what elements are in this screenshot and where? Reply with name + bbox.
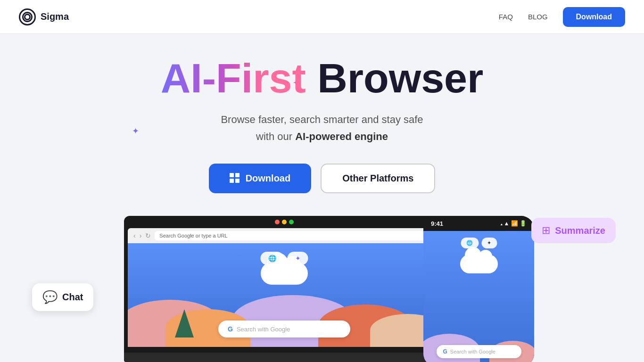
globe-icon: 🌐 xyxy=(268,255,276,262)
phone-notch xyxy=(455,216,503,228)
hero-title-browser: Browser xyxy=(317,55,483,101)
star-decoration-2: ✦ xyxy=(132,126,139,136)
hero-section: ✦ ✦ AI-First Browser Browse faster, sear… xyxy=(0,34,644,362)
url-bar[interactable]: Search Google or type a URL xyxy=(155,231,435,240)
summarize-label: Summarize xyxy=(555,225,605,236)
sparkle-pill[interactable]: ✦ xyxy=(288,252,308,265)
cta-row: Download Other Platforms xyxy=(209,164,436,193)
phone-shell: 9:41 ▲▲ 📶 🔋 🌐 xyxy=(423,216,534,362)
summarize-badge[interactable]: ⊞ Summarize xyxy=(531,218,616,243)
nav-right: FAQ BLOG Download xyxy=(499,7,625,27)
refresh-button[interactable]: ↻ xyxy=(145,232,151,239)
chat-label: Chat xyxy=(62,292,83,303)
forward-button[interactable]: › xyxy=(140,232,142,239)
phone-sparkle-pill[interactable]: ✦ xyxy=(481,238,497,248)
sparkle-icon: ✦ xyxy=(295,255,301,262)
google-logo: G xyxy=(228,325,233,333)
dot-red xyxy=(275,220,280,224)
chat-badge[interactable]: 💬 Chat xyxy=(32,283,93,311)
url-text: Search Google or type a URL xyxy=(159,233,227,239)
dot-yellow xyxy=(282,220,287,224)
phone-content: 🌐 ✦ G Search with Google xyxy=(423,231,534,362)
phone-google-logo: G xyxy=(443,348,447,355)
landscape xyxy=(128,286,441,347)
phone-pills: 🌐 ✦ xyxy=(461,238,497,248)
devices-wrapper: ‹ › ↻ Search Google or type a URL xyxy=(110,206,534,362)
back-button[interactable]: ‹ xyxy=(133,232,136,239)
nav-faq[interactable]: FAQ xyxy=(499,13,513,21)
hero-subtitle: Browse faster, search smarter and stay s… xyxy=(221,111,423,144)
laptop-screen: ‹ › ↻ Search Google or type a URL xyxy=(124,216,445,353)
windows-icon xyxy=(230,173,240,183)
laptop-dots xyxy=(275,220,294,224)
browser-pills: 🌐 ✦ xyxy=(261,252,308,265)
phone-sparkle-icon: ✦ xyxy=(487,240,491,246)
logo-area: Sigma xyxy=(19,8,69,25)
nav-blog[interactable]: BLOG xyxy=(528,13,548,21)
phone-cloud-main xyxy=(460,255,498,273)
download-hero-button[interactable]: Download xyxy=(209,164,312,193)
hero-title: AI-First Browser xyxy=(161,57,484,100)
laptop-content: 🌐 ✦ xyxy=(128,243,441,347)
phone-search-bar[interactable]: G Search with Google xyxy=(437,345,521,358)
phone-status-icons: ▲▲ 📶 🔋 xyxy=(498,220,527,227)
hero-title-gradient: AI-First xyxy=(161,55,306,101)
dot-green xyxy=(289,220,294,224)
subtitle-bold: AI-powered engine xyxy=(295,131,388,142)
chat-icon: 💬 xyxy=(42,290,58,304)
tree xyxy=(175,309,194,337)
laptop-search-bar[interactable]: G Search with Google xyxy=(218,321,350,337)
phone-search-placeholder: Search with Google xyxy=(450,349,495,354)
subtitle-line2: with our xyxy=(256,131,292,142)
laptop-browser-bar: ‹ › ↻ Search Google or type a URL xyxy=(128,228,441,243)
laptop-cloud xyxy=(261,262,308,285)
laptop-mockup: ‹ › ↻ Search Google or type a URL xyxy=(124,216,445,362)
phone-cloud xyxy=(460,255,498,273)
phone-time: 9:41 xyxy=(431,220,443,227)
phone-globe-pill[interactable]: 🌐 xyxy=(461,238,479,248)
logo-name: Sigma xyxy=(41,11,69,22)
phone-mockup: 9:41 ▲▲ 📶 🔋 🌐 xyxy=(423,216,534,362)
other-platforms-button[interactable]: Other Platforms xyxy=(321,164,435,193)
summarize-icon: ⊞ xyxy=(542,224,550,237)
phone-globe-icon: 🌐 xyxy=(466,240,473,246)
cloud-body xyxy=(261,262,308,285)
download-hero-label: Download xyxy=(246,173,291,184)
subtitle-line1: Browse faster, search smarter and stay s… xyxy=(221,114,423,125)
phone-cloud-b2 xyxy=(479,250,492,263)
nav-download-button[interactable]: Download xyxy=(563,7,625,27)
globe-pill[interactable]: 🌐 xyxy=(261,252,284,265)
search-placeholder: Search with Google xyxy=(237,326,290,333)
laptop-base xyxy=(124,353,445,362)
logo-icon xyxy=(19,8,36,25)
